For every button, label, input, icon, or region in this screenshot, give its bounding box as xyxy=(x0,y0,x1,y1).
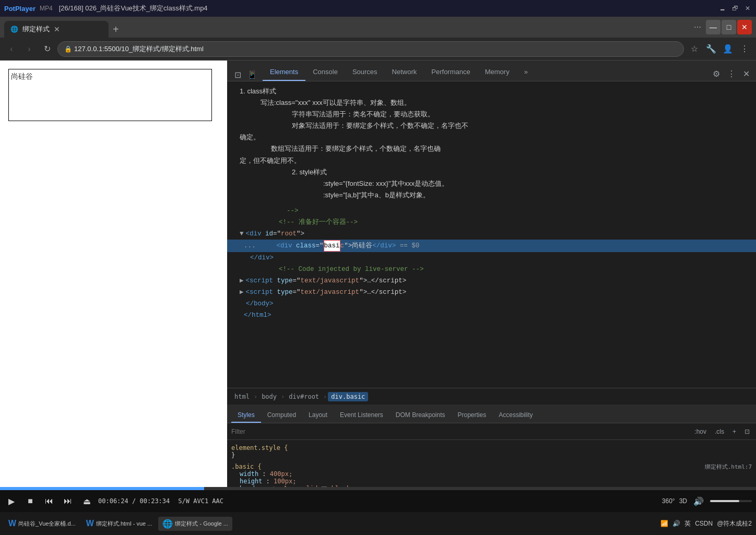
taskbar-item-word1[interactable]: W 尚硅谷_Vue全家桶.d... xyxy=(4,517,80,530)
tab-network[interactable]: Network xyxy=(385,64,424,81)
css-rule-element-style: element.style { } xyxy=(231,444,752,459)
filter-hov-btn[interactable]: :hov xyxy=(692,427,708,436)
css-rule-close1: } xyxy=(231,451,752,459)
next-btn[interactable]: ⏭ xyxy=(61,494,75,508)
filter-box-btn[interactable]: ⊡ xyxy=(742,427,752,436)
address-bar-row: ‹ › ↻ 🔒 127.0.0.1:5500/10_绑定样式/绑定样式.html… xyxy=(0,38,756,61)
breadcrumb-html[interactable]: html xyxy=(231,392,253,401)
potplayer-format: MP4 xyxy=(40,5,53,12)
potplayer-maximize-btn[interactable]: 🗗 xyxy=(731,4,739,13)
dom-script2[interactable]: ▶ <script type =" text/javascript ">…</s… xyxy=(227,287,756,298)
tab-performance[interactable]: Performance xyxy=(424,64,477,81)
css-source-file[interactable]: 绑定样式.html:7 xyxy=(705,463,752,471)
filter-cls-btn[interactable]: .cls xyxy=(713,427,726,436)
taskbar-label3: 绑定样式 - Google ... xyxy=(175,520,228,528)
tab-console[interactable]: Console xyxy=(305,64,345,81)
taskbar-volume-icon[interactable]: 🔊 xyxy=(672,520,680,527)
play-btn[interactable]: ▶ xyxy=(4,494,19,508)
taskbar: W 尚硅谷_Vue全家桶.d... W 绑定样式.html - vue ... … xyxy=(0,512,756,535)
body-close-tag: </body> xyxy=(246,299,274,309)
breadcrumb-divroot[interactable]: div#root xyxy=(286,392,322,401)
extensions-icon[interactable]: 🔧 xyxy=(704,42,718,56)
reload-btn[interactable]: ↻ xyxy=(40,42,54,56)
dom-div-root[interactable]: ▼ <div id =" root "> xyxy=(227,228,756,240)
csdn-label: CSDN xyxy=(695,520,713,527)
profile-icon[interactable]: 👤 xyxy=(720,42,735,56)
dom-tree[interactable]: 1. class样式 写法:class="xxx" xxx可以是字符串、对象、数… xyxy=(227,81,756,388)
breadcrumb-sep1: › xyxy=(254,393,257,400)
css-rule-selector1: element.style { xyxy=(231,444,752,451)
tab-dom-breakpoints[interactable]: DOM Breakpoints xyxy=(389,408,452,423)
note-line1: 1. class样式 xyxy=(240,86,750,97)
css-width-prop: width xyxy=(240,470,258,478)
note-line6: 2. style样式 xyxy=(292,167,750,178)
tab-layout[interactable]: Layout xyxy=(302,408,334,423)
styles-filter-buttons: :hov .cls + ⊡ xyxy=(692,427,752,436)
tab-close-btn[interactable]: ✕ xyxy=(54,25,60,33)
tab-properties[interactable]: Properties xyxy=(452,408,493,423)
dom-div-basic[interactable]: ... <div class =" basi c "> 尚硅谷 </div> =… xyxy=(227,240,756,252)
triangle-script1-icon: ▶ xyxy=(240,276,244,286)
comment-prepare-text: <!-- 准备好一个容器--> xyxy=(240,217,358,228)
browser-settings-btn[interactable]: ⋯ xyxy=(690,20,705,34)
tab-more[interactable]: » xyxy=(517,64,535,81)
triangle-icon: ▼ xyxy=(240,229,244,239)
browser-titlebar: 🌐 绑定样式 ✕ + ⋯ — □ ✕ xyxy=(0,17,756,38)
filter-plus-btn[interactable]: + xyxy=(730,427,738,436)
media-vol-btn[interactable]: 🔊 xyxy=(691,494,706,508)
comment-arrow-text: --> xyxy=(240,206,299,216)
tab-accessibility[interactable]: Accessibility xyxy=(492,408,539,423)
media-codec-a: AAC xyxy=(212,497,223,505)
devtools-settings-icon[interactable]: ⚙ xyxy=(711,67,722,81)
tab-styles[interactable]: Styles xyxy=(231,408,261,423)
stop-btn[interactable]: ■ xyxy=(23,494,38,508)
div-basic-tag: <div xyxy=(277,241,292,251)
eject-btn[interactable]: ⏏ xyxy=(79,494,94,508)
taskbar-label1: 尚硅谷_Vue全家桶.d... xyxy=(18,520,76,528)
div-basic-close-tag: </div> xyxy=(372,241,396,251)
dom-div-close: </div> xyxy=(227,252,756,264)
prev-btn[interactable]: ⏮ xyxy=(42,494,56,508)
taskbar-item-chrome[interactable]: 🌐 绑定样式 - Google ... xyxy=(158,517,232,531)
devtools-select-element-btn[interactable]: ⊡ xyxy=(231,68,244,81)
devtools-device-btn[interactable]: 📱 xyxy=(246,68,258,81)
breadcrumb-body[interactable]: body xyxy=(258,392,280,401)
page-box-text: 尚硅谷 xyxy=(11,72,33,80)
dom-script1[interactable]: ▶ <script type =" text/javascript ">…</s… xyxy=(227,275,756,287)
devtools-close-icon[interactable]: ✕ xyxy=(741,67,752,81)
taskbar-network-icon: 📶 xyxy=(660,520,668,527)
browser-maximize-btn[interactable]: □ xyxy=(722,20,736,34)
breadcrumb-sep3: › xyxy=(323,393,327,400)
styles-filter-input[interactable] xyxy=(231,428,692,435)
browser-minimize-btn[interactable]: — xyxy=(706,20,720,34)
class-value-highlight: basi xyxy=(324,240,340,252)
tab-event-listeners[interactable]: Event Listeners xyxy=(334,408,389,423)
media-separator: / xyxy=(132,497,139,505)
tab-memory[interactable]: Memory xyxy=(478,64,517,81)
tab-title: 绑定样式 xyxy=(22,25,50,34)
potplayer-minimize-btn[interactable]: 🗕 xyxy=(718,4,727,13)
back-btn[interactable]: ‹ xyxy=(4,42,19,56)
breadcrumb-sep2: › xyxy=(281,393,285,400)
tab-sources[interactable]: Sources xyxy=(345,64,385,81)
browser-close-btn[interactable]: ✕ xyxy=(737,20,752,34)
taskbar-item-word2[interactable]: W 绑定样式.html - vue ... xyxy=(82,517,157,530)
browser-tab-active[interactable]: 🌐 绑定样式 ✕ xyxy=(4,21,109,38)
menu-icon[interactable]: ⋮ xyxy=(737,42,752,56)
address-bar[interactable]: 🔒 127.0.0.1:5500/10_绑定样式/绑定样式.html xyxy=(57,41,684,57)
devtools-more-icon[interactable]: ⋮ xyxy=(725,67,738,81)
media-total-time: 00:23:34 xyxy=(139,497,170,505)
tab-elements[interactable]: Elements xyxy=(263,64,305,81)
breadcrumb-divbasic[interactable]: div.basic xyxy=(328,392,368,401)
forward-btn[interactable]: › xyxy=(22,42,37,56)
new-tab-btn[interactable]: + xyxy=(113,21,119,38)
dom-notes: 1. class样式 写法:class="xxx" xxx可以是字符串、对象、数… xyxy=(227,84,756,205)
user-label: @符木成桂2 xyxy=(717,519,752,528)
volume-slider[interactable] xyxy=(710,500,752,502)
potplayer-close-btn[interactable]: ✕ xyxy=(743,4,752,13)
tab-computed[interactable]: Computed xyxy=(261,408,302,423)
css-selector-element: element.style { xyxy=(231,444,288,451)
potplayer-window-buttons: 🗕 🗗 ✕ xyxy=(718,4,752,13)
bookmark-icon[interactable]: ☆ xyxy=(687,42,702,56)
breadcrumb-bar: html › body › div#root › div.basic xyxy=(227,388,756,405)
